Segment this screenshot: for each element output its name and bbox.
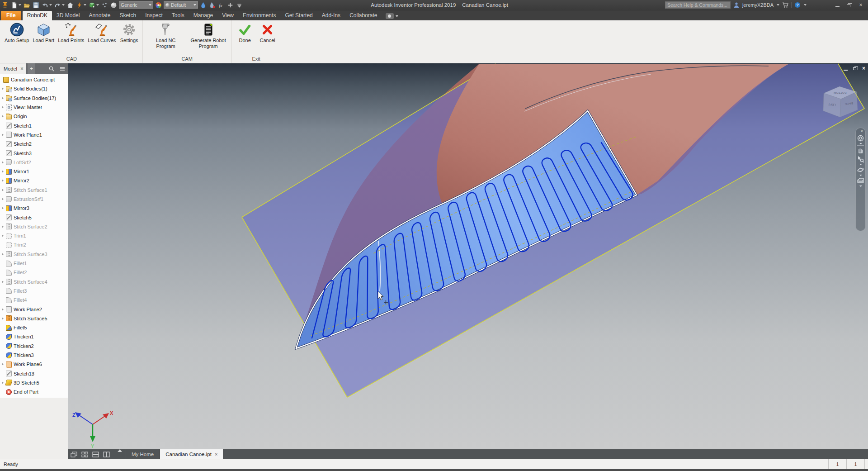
expand-icon[interactable] (2, 87, 6, 90)
tree-item-thicken2[interactable]: Thicken2 (0, 342, 68, 351)
browser-tab-model[interactable]: Model × (0, 63, 26, 74)
tree-item-work-plane2[interactable]: Work Plane2 (0, 304, 68, 314)
tree-item-origin[interactable]: Origin (0, 112, 68, 121)
tree-item-trim2[interactable]: Trim2 (0, 240, 68, 249)
navbar-caret-icon[interactable] (859, 143, 862, 144)
expand-icon[interactable] (2, 189, 6, 191)
expand-icon[interactable] (2, 308, 6, 311)
load-part-button[interactable]: Load Part (31, 21, 56, 56)
tree-item-fillet3[interactable]: Fillet3 (0, 286, 68, 295)
ribbon-tab-manage[interactable]: Manage (189, 11, 217, 20)
minimize-button[interactable] (835, 3, 841, 7)
ribbon-tab-add-ins[interactable]: Add-Ins (317, 11, 345, 20)
tree-item-mirror3[interactable]: Mirror3 (0, 204, 68, 213)
close-button[interactable]: × (858, 2, 863, 8)
plus-icon[interactable] (226, 1, 234, 9)
document-tab-canadian-canoe-ipt[interactable]: Canadian Canoe.ipt× (160, 449, 223, 459)
tree-item-canadian-canoe-ipt[interactable]: Canadian Canoe.ipt (0, 75, 68, 84)
fx-icon[interactable] (217, 1, 225, 9)
load-nc-program-button[interactable]: Load NC Program (145, 21, 187, 56)
expand-icon[interactable] (2, 179, 6, 182)
look-at-icon[interactable] (857, 177, 864, 185)
collapse-tab-bar-icon[interactable] (118, 449, 122, 452)
cloud-services-button[interactable] (386, 13, 398, 19)
expand-icon[interactable] (2, 97, 6, 100)
restore-button[interactable] (847, 3, 852, 7)
load-points-button[interactable]: Load Points (56, 21, 86, 56)
expand-icon[interactable] (2, 363, 6, 366)
ribbon-tab-3d-model[interactable]: 3D Model (52, 11, 84, 20)
expand-icon[interactable] (2, 281, 6, 283)
load-curves-button[interactable]: Load Curves (86, 21, 118, 56)
tab-close-icon[interactable]: × (215, 452, 217, 457)
ribbon-tab-sketch[interactable]: Sketch (115, 11, 141, 20)
tree-item-end-of-part[interactable]: End of Part (0, 387, 68, 396)
expand-icon[interactable] (2, 253, 6, 256)
expand-icon[interactable] (2, 317, 6, 320)
tree-item-fillet4[interactable]: Fillet4 (0, 295, 68, 304)
ribbon-tab-view[interactable]: View (217, 11, 238, 20)
tile-grid-icon[interactable] (81, 452, 88, 457)
tree-item-stitch-surface3[interactable]: Stitch Surface3 (0, 250, 68, 259)
customize-caret-icon[interactable] (236, 1, 243, 9)
tree-item-extrusionsrf1[interactable]: ExtrusionSrf1 (0, 195, 68, 204)
generate-robot-program-button[interactable]: Generate Robot Program (187, 21, 230, 56)
cancel-button[interactable]: Cancel (256, 21, 279, 56)
expand-icon[interactable] (2, 225, 6, 228)
update-bolt-icon[interactable] (75, 1, 87, 9)
doc-minimize-button[interactable] (843, 67, 848, 71)
3d-viewport[interactable]: BOTTOM LEFT BACK Z X Y (68, 63, 868, 449)
tile-vertical-icon[interactable] (103, 452, 110, 457)
select-cube-icon[interactable] (88, 1, 99, 9)
drop-blue-icon[interactable] (199, 1, 207, 9)
expand-icon[interactable] (2, 170, 6, 173)
doc-close-button[interactable]: × (861, 66, 866, 71)
navbar-close-icon[interactable]: × (861, 129, 863, 133)
tree-item-stitch-surface5[interactable]: Stitch Surface5 (0, 314, 68, 323)
pan-icon[interactable] (857, 147, 864, 154)
tree-item-view-master[interactable]: View: Master (0, 103, 68, 112)
model-scene[interactable]: BOTTOM LEFT BACK Z X Y (68, 63, 868, 449)
expand-icon[interactable] (2, 198, 6, 200)
browser-search-icon[interactable] (46, 63, 57, 74)
redo-icon[interactable] (54, 1, 65, 9)
search-input[interactable] (665, 1, 731, 9)
orbit-caret-icon[interactable] (859, 175, 862, 176)
ribbon-tab-environments[interactable]: Environments (238, 11, 280, 20)
ribbon-tab-annotate[interactable]: Annotate (84, 11, 115, 20)
tree-item-3d-sketch5[interactable]: 3D Sketch5 (0, 378, 68, 387)
auto-setup-button[interactable]: Auto Setup (3, 21, 31, 56)
tree-item-loftsrf2[interactable]: LoftSrf2 (0, 158, 68, 167)
cascade-icon[interactable] (71, 452, 77, 457)
lookat-caret-icon[interactable] (859, 186, 862, 187)
user-menu-caret-icon[interactable] (777, 4, 779, 6)
done-button[interactable]: Done (234, 21, 256, 56)
sphere-icon[interactable] (110, 1, 118, 9)
tree-item-thicken1[interactable]: Thicken1 (0, 332, 68, 341)
expand-icon[interactable] (2, 133, 6, 136)
tree-item-sketch13[interactable]: Sketch13 (0, 369, 68, 378)
tree-item-sketch3[interactable]: Sketch3 (0, 148, 68, 157)
tree-item-mirror2[interactable]: Mirror2 (0, 176, 68, 185)
tile-horizontal-icon[interactable] (92, 452, 99, 457)
new-doc-icon[interactable] (10, 1, 22, 9)
tree-item-fillet1[interactable]: Fillet1 (0, 259, 68, 268)
home-icon[interactable] (66, 1, 74, 9)
signed-in-user[interactable]: jeremyX2BDA (742, 2, 774, 8)
tree-item-solid-bodies-1[interactable]: Solid Bodies(1) (0, 84, 68, 93)
ribbon-tab-file[interactable]: File (1, 11, 21, 20)
tree-item-mirror1[interactable]: Mirror1 (0, 167, 68, 176)
navigation-wheel-icon[interactable] (857, 134, 864, 142)
tree-item-fillet2[interactable]: Fillet2 (0, 268, 68, 277)
expand-icon[interactable] (2, 106, 6, 109)
save-icon[interactable] (32, 1, 40, 9)
ribbon-tab-tools[interactable]: Tools (167, 11, 189, 20)
tree-item-stitch-surface2[interactable]: Stitch Surface2 (0, 222, 68, 231)
tree-item-sketch5[interactable]: Sketch5 (0, 213, 68, 222)
store-cart-icon[interactable] (782, 2, 788, 8)
ribbon-tab-inspect[interactable]: Inspect (141, 11, 167, 20)
expand-icon[interactable] (2, 161, 6, 164)
tree-item-stitch-surface4[interactable]: Stitch Surface4 (0, 277, 68, 286)
tree-item-trim1[interactable]: Trim1 (0, 231, 68, 240)
appearance-dropdown[interactable]: Default (164, 1, 198, 9)
